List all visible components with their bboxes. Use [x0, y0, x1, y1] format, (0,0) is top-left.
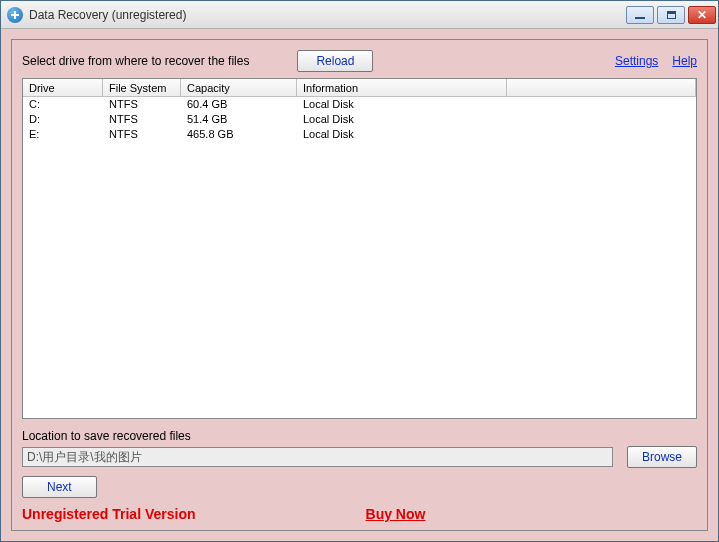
- cell-fs: NTFS: [103, 98, 181, 113]
- titlebar: Data Recovery (unregistered) ✕: [1, 1, 718, 29]
- window-controls: ✕: [626, 6, 716, 24]
- cell-drive: C:: [23, 98, 103, 113]
- cell-fs: NTFS: [103, 113, 181, 128]
- column-header-drive[interactable]: Drive: [23, 79, 103, 96]
- app-window: Data Recovery (unregistered) ✕ Select dr…: [0, 0, 719, 542]
- maximize-icon: [667, 11, 676, 19]
- maximize-button[interactable]: [657, 6, 685, 24]
- cell-capacity: 465.8 GB: [181, 128, 297, 143]
- close-icon: ✕: [697, 9, 707, 21]
- location-row: Browse: [22, 446, 697, 468]
- app-icon: [7, 7, 23, 23]
- top-toolbar: Select drive from where to recover the f…: [22, 50, 697, 72]
- minimize-icon: [635, 17, 645, 19]
- column-header-capacity[interactable]: Capacity: [181, 79, 297, 96]
- help-link[interactable]: Help: [672, 54, 697, 68]
- trial-version-label: Unregistered Trial Version: [22, 506, 196, 522]
- minimize-button[interactable]: [626, 6, 654, 24]
- drives-listview: Drive File System Capacity Information C…: [22, 78, 697, 419]
- table-row[interactable]: D: NTFS 51.4 GB Local Disk: [23, 113, 696, 128]
- footer: Unregistered Trial Version Buy Now: [22, 506, 697, 522]
- cell-drive: E:: [23, 128, 103, 143]
- main-panel: Select drive from where to recover the f…: [11, 39, 708, 531]
- table-row[interactable]: C: NTFS 60.4 GB Local Disk: [23, 98, 696, 113]
- cell-fs: NTFS: [103, 128, 181, 143]
- cell-info: Local Disk: [297, 98, 507, 113]
- reload-button[interactable]: Reload: [297, 50, 373, 72]
- location-label: Location to save recovered files: [22, 429, 697, 443]
- next-button[interactable]: Next: [22, 476, 97, 498]
- close-button[interactable]: ✕: [688, 6, 716, 24]
- cell-info: Local Disk: [297, 113, 507, 128]
- settings-link[interactable]: Settings: [615, 54, 658, 68]
- client-area: Select drive from where to recover the f…: [1, 29, 718, 541]
- instruction-label: Select drive from where to recover the f…: [22, 54, 249, 68]
- listview-header: Drive File System Capacity Information: [23, 79, 696, 97]
- link-bar: Settings Help: [615, 54, 697, 68]
- table-row[interactable]: E: NTFS 465.8 GB Local Disk: [23, 128, 696, 143]
- buy-now-link[interactable]: Buy Now: [366, 506, 426, 522]
- column-header-filesystem[interactable]: File System: [103, 79, 181, 96]
- listview-body: C: NTFS 60.4 GB Local Disk D: NTFS 51.4 …: [23, 97, 696, 418]
- location-input[interactable]: [22, 447, 613, 467]
- cell-drive: D:: [23, 113, 103, 128]
- column-header-information[interactable]: Information: [297, 79, 507, 96]
- window-title: Data Recovery (unregistered): [29, 8, 186, 22]
- cell-capacity: 51.4 GB: [181, 113, 297, 128]
- browse-button[interactable]: Browse: [627, 446, 697, 468]
- cell-info: Local Disk: [297, 128, 507, 143]
- column-header-pad: [507, 79, 696, 96]
- cell-capacity: 60.4 GB: [181, 98, 297, 113]
